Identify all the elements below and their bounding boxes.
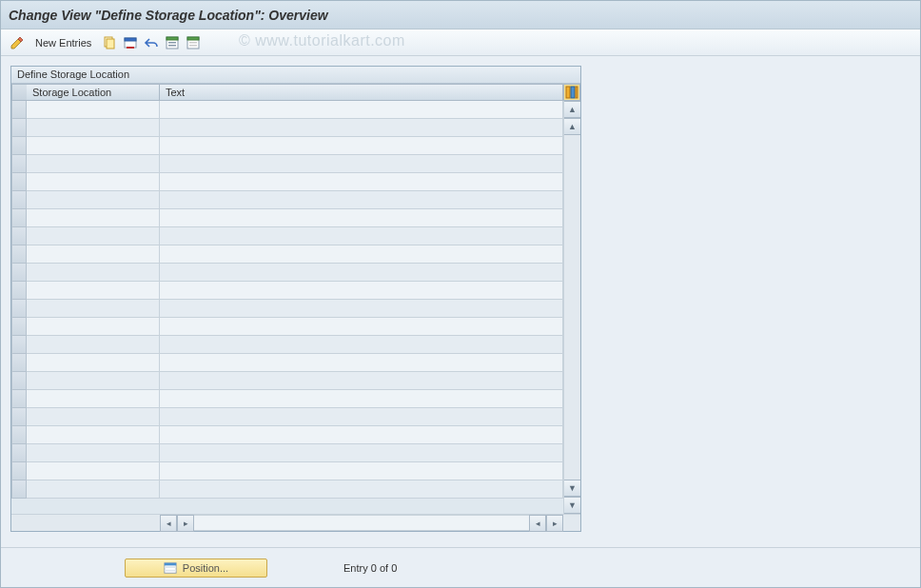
row-selector[interactable] bbox=[11, 264, 27, 282]
cell-storage-location[interactable] bbox=[27, 137, 160, 155]
scroll-down-icon[interactable]: ▼ bbox=[564, 497, 580, 514]
scroll-right-icon[interactable]: ◂ bbox=[529, 515, 546, 532]
svg-rect-13 bbox=[571, 87, 575, 98]
cell-text[interactable] bbox=[160, 444, 563, 462]
row-selector[interactable] bbox=[11, 300, 27, 318]
cell-storage-location[interactable] bbox=[27, 173, 160, 191]
cell-text[interactable] bbox=[160, 245, 563, 264]
select-all-rows[interactable] bbox=[11, 84, 27, 101]
row-selector[interactable] bbox=[11, 191, 27, 209]
cell-text[interactable] bbox=[160, 426, 563, 444]
cell-storage-location[interactable] bbox=[27, 372, 160, 390]
cell-storage-location[interactable] bbox=[27, 227, 160, 245]
delete-icon[interactable] bbox=[122, 34, 139, 51]
cell-storage-location[interactable] bbox=[27, 119, 160, 137]
scroll-first-icon[interactable]: ◂ bbox=[160, 515, 177, 532]
row-selector[interactable] bbox=[11, 390, 27, 408]
position-button[interactable]: Position... bbox=[125, 559, 267, 578]
cell-text[interactable] bbox=[160, 227, 563, 245]
cell-storage-location[interactable] bbox=[27, 426, 160, 444]
cell-text[interactable] bbox=[160, 372, 563, 390]
svg-rect-14 bbox=[576, 87, 578, 98]
cell-text[interactable] bbox=[160, 137, 563, 155]
scroll-last-icon[interactable]: ▸ bbox=[546, 515, 563, 532]
cell-text[interactable] bbox=[160, 119, 563, 137]
scroll-left-icon[interactable]: ▸ bbox=[177, 515, 194, 532]
cell-storage-location[interactable] bbox=[27, 408, 160, 426]
cell-storage-location[interactable] bbox=[27, 336, 160, 354]
row-selector[interactable] bbox=[11, 480, 27, 499]
row-selector[interactable] bbox=[11, 209, 27, 227]
table-row bbox=[11, 426, 563, 444]
row-selector[interactable] bbox=[11, 444, 27, 462]
cell-text[interactable] bbox=[160, 300, 563, 318]
cell-storage-location[interactable] bbox=[27, 264, 160, 282]
table-row bbox=[11, 372, 563, 390]
cell-text[interactable] bbox=[160, 282, 563, 300]
copy-icon[interactable] bbox=[101, 34, 118, 51]
edit-icon[interactable] bbox=[9, 34, 26, 51]
row-selector[interactable] bbox=[11, 336, 27, 354]
cell-text[interactable] bbox=[160, 480, 563, 499]
entry-status: Entry 0 of 0 bbox=[343, 562, 397, 574]
column-header-storage-location[interactable]: Storage Location bbox=[27, 84, 160, 101]
cell-text[interactable] bbox=[160, 336, 563, 354]
new-entries-button[interactable]: New Entries bbox=[29, 33, 97, 52]
cell-storage-location[interactable] bbox=[27, 354, 160, 372]
row-selector[interactable] bbox=[11, 227, 27, 245]
scroll-up-icon[interactable]: ▲ bbox=[564, 118, 580, 135]
cell-text[interactable] bbox=[160, 408, 563, 426]
row-selector[interactable] bbox=[11, 462, 27, 480]
table-body bbox=[11, 101, 563, 514]
table-row bbox=[11, 390, 563, 408]
cell-storage-location[interactable] bbox=[27, 318, 160, 336]
row-selector[interactable] bbox=[11, 119, 27, 137]
row-selector[interactable] bbox=[11, 245, 27, 264]
new-entries-label: New Entries bbox=[35, 37, 91, 49]
cell-text[interactable] bbox=[160, 354, 563, 372]
table-row bbox=[11, 245, 563, 264]
row-selector[interactable] bbox=[11, 173, 27, 191]
row-selector[interactable] bbox=[11, 282, 27, 300]
row-selector[interactable] bbox=[11, 426, 27, 444]
row-selector[interactable] bbox=[11, 408, 27, 426]
cell-text[interactable] bbox=[160, 101, 563, 119]
row-selector[interactable] bbox=[11, 318, 27, 336]
row-selector[interactable] bbox=[11, 372, 27, 390]
cell-storage-location[interactable] bbox=[27, 191, 160, 209]
cell-text[interactable] bbox=[160, 155, 563, 173]
vertical-scrollbar[interactable]: ▲ ▲ ▼ ▼ bbox=[563, 101, 580, 514]
cell-text[interactable] bbox=[160, 191, 563, 209]
table-row bbox=[11, 354, 563, 372]
scroll-down-icon[interactable]: ▼ bbox=[564, 480, 580, 497]
cell-text[interactable] bbox=[160, 318, 563, 336]
cell-storage-location[interactable] bbox=[27, 390, 160, 408]
cell-text[interactable] bbox=[160, 264, 563, 282]
table-row bbox=[11, 264, 563, 282]
cell-text[interactable] bbox=[160, 173, 563, 191]
cell-storage-location[interactable] bbox=[27, 101, 160, 119]
scroll-up-icon[interactable]: ▲ bbox=[564, 101, 580, 118]
cell-storage-location[interactable] bbox=[27, 245, 160, 264]
deselect-all-icon[interactable] bbox=[185, 34, 202, 51]
cell-storage-location[interactable] bbox=[27, 444, 160, 462]
row-selector[interactable] bbox=[11, 354, 27, 372]
horizontal-scrollbar[interactable]: ◂ ▸ ◂ ▸ bbox=[11, 514, 580, 531]
column-header-text[interactable]: Text bbox=[160, 84, 563, 101]
table-row bbox=[11, 137, 563, 155]
cell-text[interactable] bbox=[160, 390, 563, 408]
row-selector[interactable] bbox=[11, 137, 27, 155]
cell-storage-location[interactable] bbox=[27, 480, 160, 499]
cell-storage-location[interactable] bbox=[27, 300, 160, 318]
cell-storage-location[interactable] bbox=[27, 462, 160, 480]
row-selector[interactable] bbox=[11, 155, 27, 173]
undo-icon[interactable] bbox=[143, 34, 160, 51]
row-selector[interactable] bbox=[11, 101, 27, 119]
cell-text[interactable] bbox=[160, 209, 563, 227]
select-all-icon[interactable] bbox=[164, 34, 181, 51]
cell-storage-location[interactable] bbox=[27, 282, 160, 300]
cell-text[interactable] bbox=[160, 462, 563, 480]
table-settings-icon[interactable] bbox=[563, 84, 580, 101]
cell-storage-location[interactable] bbox=[27, 155, 160, 173]
cell-storage-location[interactable] bbox=[27, 209, 160, 227]
